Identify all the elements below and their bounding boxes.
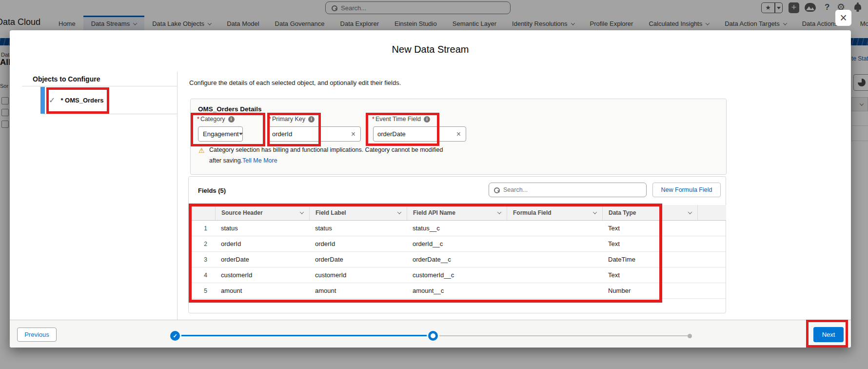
annotation-selected-object xyxy=(46,87,109,114)
annotation-category-field xyxy=(191,113,265,146)
cell-actions xyxy=(697,252,725,267)
previous-button[interactable]: Previous xyxy=(17,328,57,342)
progress-step-current xyxy=(428,331,438,341)
objects-panel-heading: Objects to Configure xyxy=(33,75,100,83)
fields-search-input[interactable] xyxy=(503,186,641,193)
instruction-text: Configure the details of each selected o… xyxy=(189,79,401,86)
warning-text-line2: after saving.Tell Me More xyxy=(209,157,277,164)
modal-footer: Previous ✓ Next xyxy=(10,320,851,348)
warning-text-line1: Category selection has billing and funct… xyxy=(209,146,443,153)
panel-divider xyxy=(177,72,178,342)
divider xyxy=(22,86,177,86)
header-cell-actions xyxy=(697,205,725,220)
details-heading: OMS_Orders Details xyxy=(198,105,262,113)
search-icon xyxy=(494,187,499,193)
progress-step-upcoming xyxy=(688,334,692,338)
tell-me-more-link[interactable]: Tell Me More xyxy=(242,157,277,164)
cell-actions xyxy=(697,221,725,236)
cell-actions xyxy=(697,236,725,251)
selected-item-bar xyxy=(40,87,45,114)
cell-actions xyxy=(697,283,725,298)
clear-icon[interactable]: × xyxy=(351,130,356,139)
new-formula-field-button[interactable]: New Formula Field xyxy=(652,183,721,197)
progress-step-complete: ✓ xyxy=(170,331,180,341)
modal-close-button[interactable]: × xyxy=(835,10,851,26)
annotation-fields-table xyxy=(189,204,662,303)
screen: ★ + ? ⚙ Data Cloud HomeData StreamsData … xyxy=(0,0,868,369)
annotation-primary-key-field xyxy=(267,113,321,146)
divider xyxy=(44,114,177,114)
annotation-next-button xyxy=(806,320,848,348)
warning-icon: ⚠ xyxy=(198,146,205,154)
cell-actions xyxy=(697,267,725,283)
modal-title: New Data Stream xyxy=(10,44,851,55)
clear-icon[interactable]: × xyxy=(456,130,462,139)
chevron-down-icon[interactable] xyxy=(688,210,692,214)
progress-fill xyxy=(175,335,433,336)
annotation-event-time-field xyxy=(366,113,439,146)
fields-heading: Fields (5) xyxy=(198,187,226,194)
fields-search[interactable] xyxy=(489,183,647,197)
